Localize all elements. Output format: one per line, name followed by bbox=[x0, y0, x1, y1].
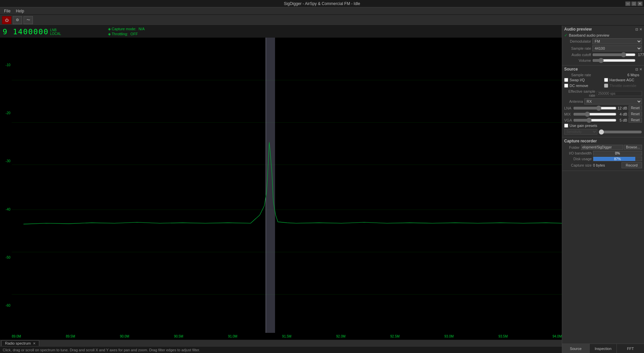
throttle-override-row: Throttle override bbox=[604, 84, 642, 88]
chart-button[interactable]: 〜 bbox=[23, 16, 33, 24]
swap-iq-checkbox[interactable] bbox=[564, 78, 568, 82]
audio-preview-section: Audio preview ⊡ ✕ ✓ Baseband audio previ… bbox=[562, 26, 644, 65]
x-label-8: 93.0M bbox=[444, 335, 454, 338]
right-panel-spacer bbox=[562, 171, 644, 344]
vga-slider[interactable] bbox=[573, 118, 616, 123]
minimize-button[interactable]: ─ bbox=[625, 1, 631, 6]
disk-usage-label: Disk usage bbox=[564, 157, 592, 161]
disk-usage-row: Disk usage 87% bbox=[564, 157, 642, 161]
throttle-override-checkbox[interactable] bbox=[604, 84, 608, 88]
mix-slider[interactable] bbox=[573, 112, 616, 117]
q-icon2: ◈ bbox=[108, 32, 111, 36]
demodulator-row: Demodulator FM AM USB LSB bbox=[564, 38, 642, 44]
mix-reset-button[interactable]: Reset bbox=[629, 112, 642, 117]
spectrum-canvas[interactable]: -10 -20 -30 -40 -50 -60 bbox=[0, 38, 562, 340]
use-gain-presets-checkbox[interactable] bbox=[564, 124, 568, 128]
settings-icon: ⚙ bbox=[16, 18, 19, 22]
main-layout: 9 1400000 LNB LOCAL ◈ Capture mode: N/A … bbox=[0, 26, 644, 353]
statusbar: Click, drag or scroll on spectrum to tun… bbox=[0, 346, 562, 353]
lna-reset-button[interactable]: Reset bbox=[629, 105, 642, 111]
status-text: Click, drag or scroll on spectrum to tun… bbox=[3, 348, 200, 352]
throttle-row: ◈ Throttling: OFF bbox=[108, 32, 145, 36]
x-label-2: 90.0M bbox=[120, 335, 129, 338]
eff-sample-rate-label: Effective sample rate bbox=[564, 89, 595, 97]
throttle-value: OFF bbox=[130, 32, 138, 36]
menu-file[interactable]: File bbox=[1, 8, 13, 14]
settings-button[interactable]: ⚙ bbox=[13, 16, 22, 24]
audio-cutoff-row: Audio cutoff 17799 Hz bbox=[564, 52, 642, 57]
source-sample-rate-row: Sample rate 6 Msps bbox=[564, 73, 642, 77]
y-label-0: -10 bbox=[0, 63, 12, 67]
spectrum-svg bbox=[23, 38, 562, 233]
power-button[interactable]: ⏻ bbox=[2, 16, 11, 24]
right-tab-fft[interactable]: FFT bbox=[617, 344, 644, 353]
audio-cutoff-slider[interactable] bbox=[592, 52, 636, 57]
right-tab-inspection-label: Inspection bbox=[595, 347, 611, 351]
freq-unit-label: LNB bbox=[50, 28, 61, 32]
window-title: SigDigger - AirSpy & Commercial FM - Idl… bbox=[284, 1, 360, 6]
eff-sample-rate-input[interactable] bbox=[597, 91, 642, 96]
record-button[interactable]: Record bbox=[622, 162, 642, 168]
maximize-button[interactable]: □ bbox=[631, 1, 637, 6]
sensitivity-row: Sensitivity bbox=[564, 129, 642, 135]
browse-button[interactable]: Browse... bbox=[624, 145, 642, 150]
audio-preview-icons[interactable]: ⊡ ✕ bbox=[635, 28, 642, 31]
close-section-source-icon[interactable]: ✕ bbox=[639, 68, 642, 71]
folder-path-input[interactable] bbox=[581, 145, 623, 150]
x-axis: 89.0M 89.5M 90.0M 90.5M 91.0M 91.5M 92.0… bbox=[12, 333, 562, 340]
lna-slider[interactable] bbox=[573, 106, 616, 111]
x-label-6: 92.0M bbox=[336, 335, 345, 338]
dc-remove-checkbox[interactable] bbox=[564, 84, 568, 88]
float-icon[interactable]: ⊡ bbox=[635, 28, 638, 31]
titlebar: SigDigger - AirSpy & Commercial FM - Idl… bbox=[0, 0, 644, 7]
source-sample-rate-value: 6 Msps bbox=[592, 73, 639, 77]
close-button[interactable]: ✕ bbox=[637, 1, 643, 6]
frequency-display[interactable]: 9 1400000 bbox=[3, 28, 49, 36]
menu-help[interactable]: Help bbox=[13, 8, 27, 14]
spectrum-area: 9 1400000 LNB LOCAL ◈ Capture mode: N/A … bbox=[0, 26, 562, 353]
y-axis: -10 -20 -30 -40 -50 -60 bbox=[0, 38, 12, 333]
capture-size-label: Capture size bbox=[564, 163, 592, 167]
volume-value: 16% bbox=[637, 58, 644, 62]
freq-sublabel: LOCAL bbox=[50, 32, 61, 36]
baseband-audio-label: Baseband audio preview bbox=[569, 33, 609, 37]
toolbar: ⏻ ⚙ 〜 bbox=[0, 15, 644, 26]
audio-cutoff-value: 17799 Hz bbox=[637, 53, 644, 57]
io-bandwidth-label: I/O bandwidth bbox=[564, 151, 592, 155]
tab-close-radio-spectrum[interactable]: ✕ bbox=[33, 342, 36, 345]
vga-reset-button[interactable]: Reset bbox=[629, 118, 642, 123]
spectrum-line bbox=[12, 38, 562, 333]
sample-rate-select[interactable]: 44100 48000 22050 bbox=[592, 45, 642, 51]
volume-slider[interactable] bbox=[592, 58, 636, 63]
x-label-4: 91.0M bbox=[228, 335, 237, 338]
capture-mode-label: Capture mode: bbox=[112, 27, 136, 31]
tab-radio-spectrum[interactable]: Radio spectrum ✕ bbox=[1, 340, 39, 346]
dc-remove-label: DC remove bbox=[570, 84, 588, 88]
float-icon-source[interactable]: ⊡ bbox=[635, 68, 638, 71]
folder-label: Folder bbox=[564, 145, 580, 149]
sensitivity-select[interactable]: Sensitivity bbox=[564, 129, 597, 135]
sample-rate-row: Sample rate 44100 48000 22050 bbox=[564, 45, 642, 51]
use-gain-presets-row: Use gain presets bbox=[564, 124, 642, 128]
capture-size-row: Capture size 0 bytes Record bbox=[564, 162, 642, 168]
right-tab-source[interactable]: Source bbox=[562, 344, 590, 353]
antenna-select[interactable]: RX TX bbox=[584, 98, 642, 104]
close-section-icon[interactable]: ✕ bbox=[639, 28, 642, 31]
hardware-agc-label: Hardware AGC bbox=[609, 78, 634, 82]
demodulator-select[interactable]: FM AM USB LSB bbox=[592, 38, 642, 44]
q-icon: ◈ bbox=[108, 27, 111, 31]
source-icons[interactable]: ⊡ ✕ bbox=[635, 68, 642, 71]
titlebar-controls[interactable]: ─ □ ✕ bbox=[625, 1, 643, 6]
lna-label: LNA bbox=[564, 106, 573, 110]
menubar: File Help bbox=[0, 7, 644, 15]
right-tab-inspection[interactable]: Inspection bbox=[590, 344, 617, 353]
sensitivity-slider[interactable] bbox=[599, 130, 642, 134]
eff-sample-rate-row: Effective sample rate bbox=[564, 89, 642, 97]
hardware-agc-checkbox[interactable] bbox=[604, 78, 608, 82]
x-label-9: 93.5M bbox=[498, 335, 508, 338]
disk-usage-bar: 87% bbox=[593, 157, 642, 161]
disk-usage-value: 87% bbox=[593, 157, 642, 161]
chart-icon: 〜 bbox=[26, 17, 30, 23]
freq-header: 9 1400000 LNB LOCAL ◈ Capture mode: N/A … bbox=[0, 26, 562, 38]
volume-row: Volume 16% bbox=[564, 58, 642, 63]
